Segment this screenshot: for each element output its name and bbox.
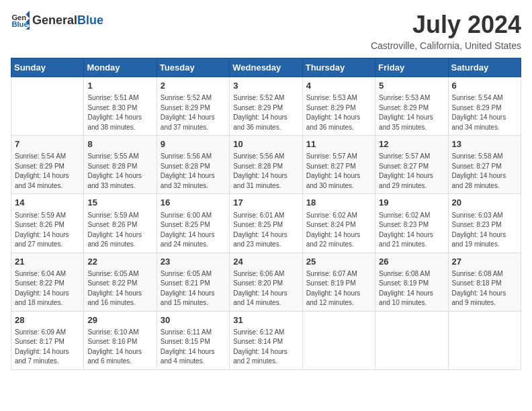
day-number: 8 [87, 138, 152, 150]
day-number: 28 [15, 314, 80, 326]
cell-content: Sunrise: 6:05 AM Sunset: 8:22 PM Dayligh… [87, 269, 152, 308]
cell-content: Sunrise: 5:54 AM Sunset: 8:29 PM Dayligh… [452, 93, 517, 132]
calendar-cell: 29Sunrise: 6:10 AM Sunset: 8:16 PM Dayli… [84, 311, 157, 369]
weekday-monday: Monday [84, 58, 157, 77]
cell-content: Sunrise: 5:59 AM Sunset: 8:26 PM Dayligh… [15, 211, 80, 250]
cell-content: Sunrise: 5:55 AM Sunset: 8:28 PM Dayligh… [87, 152, 152, 191]
calendar-cell: 18Sunrise: 6:02 AM Sunset: 8:24 PM Dayli… [302, 194, 375, 253]
calendar-cell: 1Sunrise: 5:51 AM Sunset: 8:30 PM Daylig… [84, 77, 157, 136]
cell-content: Sunrise: 6:08 AM Sunset: 8:19 PM Dayligh… [379, 269, 444, 308]
logo-blue-text: Blue [77, 13, 103, 28]
weekday-wednesday: Wednesday [230, 58, 302, 77]
cell-content: Sunrise: 6:00 AM Sunset: 8:25 PM Dayligh… [161, 211, 226, 250]
title-area: July 2024 Castroville, California, Unite… [371, 11, 521, 51]
cell-content: Sunrise: 6:05 AM Sunset: 8:21 PM Dayligh… [161, 269, 226, 308]
calendar-cell: 2Sunrise: 5:52 AM Sunset: 8:29 PM Daylig… [157, 77, 229, 136]
cell-content: Sunrise: 5:59 AM Sunset: 8:26 PM Dayligh… [87, 211, 152, 250]
calendar-cell: 4Sunrise: 5:53 AM Sunset: 8:29 PM Daylig… [302, 77, 375, 136]
cell-content: Sunrise: 6:03 AM Sunset: 8:23 PM Dayligh… [452, 211, 517, 250]
day-number: 24 [233, 256, 298, 268]
day-number: 6 [452, 80, 517, 92]
cell-content: Sunrise: 5:53 AM Sunset: 8:29 PM Dayligh… [379, 93, 444, 132]
day-number: 27 [452, 256, 517, 268]
day-number: 11 [306, 138, 371, 150]
cell-content: Sunrise: 6:12 AM Sunset: 8:14 PM Dayligh… [233, 328, 298, 367]
weekday-friday: Friday [375, 58, 448, 77]
logo-icon: Gen Blue [11, 11, 30, 30]
calendar-header-row: Sunday Monday Tuesday Wednesday Thursday… [11, 58, 521, 77]
day-number: 31 [233, 314, 298, 326]
calendar-cell: 17Sunrise: 6:01 AM Sunset: 8:25 PM Dayli… [230, 194, 302, 253]
cell-content: Sunrise: 5:52 AM Sunset: 8:29 PM Dayligh… [233, 93, 298, 132]
cell-content: Sunrise: 6:02 AM Sunset: 8:23 PM Dayligh… [379, 211, 444, 250]
day-number: 18 [306, 197, 371, 209]
calendar-cell: 31Sunrise: 6:12 AM Sunset: 8:14 PM Dayli… [230, 311, 302, 369]
calendar-week-row: 28Sunrise: 6:09 AM Sunset: 8:17 PM Dayli… [11, 311, 521, 369]
calendar-cell: 8Sunrise: 5:55 AM Sunset: 8:28 PM Daylig… [84, 136, 157, 194]
cell-content: Sunrise: 6:01 AM Sunset: 8:25 PM Dayligh… [233, 211, 298, 250]
calendar-cell [11, 77, 84, 136]
header: Gen Blue GeneralBlue July 2024 Castrovil… [11, 11, 521, 51]
weekday-saturday: Saturday [448, 58, 521, 77]
calendar-cell: 11Sunrise: 5:57 AM Sunset: 8:27 PM Dayli… [302, 136, 375, 194]
cell-content: Sunrise: 5:54 AM Sunset: 8:29 PM Dayligh… [15, 152, 80, 191]
day-number: 2 [161, 80, 226, 92]
calendar-cell: 13Sunrise: 5:58 AM Sunset: 8:27 PM Dayli… [448, 136, 521, 194]
cell-content: Sunrise: 6:11 AM Sunset: 8:15 PM Dayligh… [161, 328, 226, 367]
calendar-cell [302, 311, 375, 369]
day-number: 20 [452, 197, 517, 209]
weekday-thursday: Thursday [302, 58, 375, 77]
calendar-cell: 3Sunrise: 5:52 AM Sunset: 8:29 PM Daylig… [230, 77, 302, 136]
calendar-cell: 14Sunrise: 5:59 AM Sunset: 8:26 PM Dayli… [11, 194, 84, 253]
cell-content: Sunrise: 5:56 AM Sunset: 8:28 PM Dayligh… [161, 152, 226, 191]
day-number: 30 [161, 314, 226, 326]
cell-content: Sunrise: 5:57 AM Sunset: 8:27 PM Dayligh… [379, 152, 444, 191]
weekday-sunday: Sunday [11, 58, 84, 77]
day-number: 13 [452, 138, 517, 150]
month-year-title: July 2024 [371, 11, 521, 39]
day-number: 19 [379, 197, 444, 209]
day-number: 25 [306, 256, 371, 268]
calendar-cell: 21Sunrise: 6:04 AM Sunset: 8:22 PM Dayli… [11, 253, 84, 311]
cell-content: Sunrise: 5:51 AM Sunset: 8:30 PM Dayligh… [87, 93, 152, 132]
day-number: 15 [87, 197, 152, 209]
day-number: 21 [15, 256, 80, 268]
cell-content: Sunrise: 6:06 AM Sunset: 8:20 PM Dayligh… [233, 269, 298, 308]
calendar-table: Sunday Monday Tuesday Wednesday Thursday… [11, 58, 521, 370]
cell-content: Sunrise: 6:04 AM Sunset: 8:22 PM Dayligh… [15, 269, 80, 308]
day-number: 4 [306, 80, 371, 92]
calendar-cell: 5Sunrise: 5:53 AM Sunset: 8:29 PM Daylig… [375, 77, 448, 136]
svg-text:Blue: Blue [11, 20, 28, 28]
day-number: 3 [233, 80, 298, 92]
calendar-cell: 30Sunrise: 6:11 AM Sunset: 8:15 PM Dayli… [157, 311, 229, 369]
calendar-cell: 12Sunrise: 5:57 AM Sunset: 8:27 PM Dayli… [375, 136, 448, 194]
cell-content: Sunrise: 6:10 AM Sunset: 8:16 PM Dayligh… [87, 328, 152, 367]
calendar-cell: 27Sunrise: 6:08 AM Sunset: 8:18 PM Dayli… [448, 253, 521, 311]
calendar-week-row: 21Sunrise: 6:04 AM Sunset: 8:22 PM Dayli… [11, 253, 521, 311]
cell-content: Sunrise: 6:08 AM Sunset: 8:18 PM Dayligh… [452, 269, 517, 308]
day-number: 29 [87, 314, 152, 326]
calendar-cell: 9Sunrise: 5:56 AM Sunset: 8:28 PM Daylig… [157, 136, 229, 194]
day-number: 17 [233, 197, 298, 209]
day-number: 16 [161, 197, 226, 209]
cell-content: Sunrise: 6:09 AM Sunset: 8:17 PM Dayligh… [15, 328, 80, 367]
cell-content: Sunrise: 5:57 AM Sunset: 8:27 PM Dayligh… [306, 152, 371, 191]
calendar-cell: 20Sunrise: 6:03 AM Sunset: 8:23 PM Dayli… [448, 194, 521, 253]
logo-general-text: General [32, 13, 77, 28]
calendar-cell [448, 311, 521, 369]
calendar-cell: 16Sunrise: 6:00 AM Sunset: 8:25 PM Dayli… [157, 194, 229, 253]
location-text: Castroville, California, United States [371, 40, 521, 51]
cell-content: Sunrise: 5:56 AM Sunset: 8:28 PM Dayligh… [233, 152, 298, 191]
day-number: 12 [379, 138, 444, 150]
calendar-cell: 25Sunrise: 6:07 AM Sunset: 8:19 PM Dayli… [302, 253, 375, 311]
calendar-cell: 26Sunrise: 6:08 AM Sunset: 8:19 PM Dayli… [375, 253, 448, 311]
calendar-cell: 24Sunrise: 6:06 AM Sunset: 8:20 PM Dayli… [230, 253, 302, 311]
calendar-cell: 22Sunrise: 6:05 AM Sunset: 8:22 PM Dayli… [84, 253, 157, 311]
day-number: 9 [161, 138, 226, 150]
calendar-cell: 23Sunrise: 6:05 AM Sunset: 8:21 PM Dayli… [157, 253, 229, 311]
day-number: 23 [161, 256, 226, 268]
calendar-cell: 7Sunrise: 5:54 AM Sunset: 8:29 PM Daylig… [11, 136, 84, 194]
cell-content: Sunrise: 5:52 AM Sunset: 8:29 PM Dayligh… [161, 93, 226, 132]
calendar-cell: 28Sunrise: 6:09 AM Sunset: 8:17 PM Dayli… [11, 311, 84, 369]
calendar-cell: 6Sunrise: 5:54 AM Sunset: 8:29 PM Daylig… [448, 77, 521, 136]
